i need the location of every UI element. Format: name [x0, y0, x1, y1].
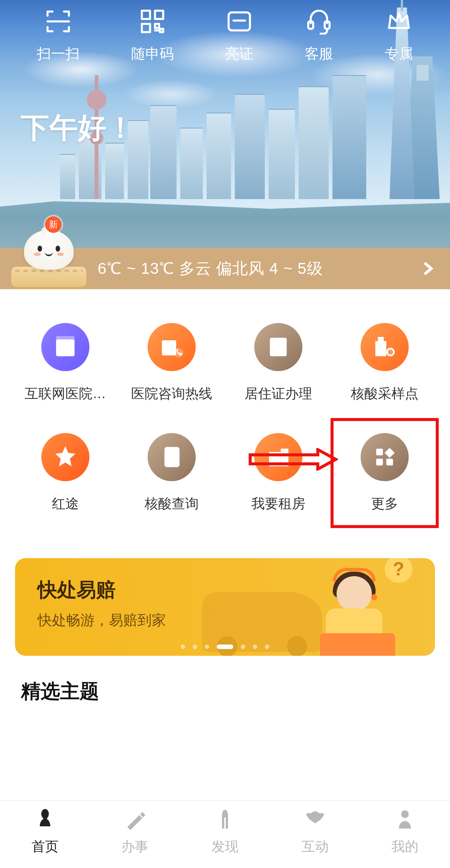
support-icon [306, 8, 332, 35]
mascot-slot: 新 [0, 248, 98, 289]
shortcut-label: 专属 [385, 44, 413, 63]
svg-rect-0 [142, 11, 150, 19]
tab-label: 办事 [121, 838, 148, 856]
crown-icon [386, 8, 412, 35]
svg-rect-14 [269, 452, 281, 466]
promo-banner[interactable]: ? 快处易赔 快处畅游，易赔到家 [15, 558, 435, 656]
services-grid: 互联网医院… 医院咨询热线 居住证办理 核酸采样点 红途 [0, 289, 450, 547]
shortcut-support[interactable]: 客服 [305, 8, 333, 63]
scan-icon [45, 8, 71, 35]
shortcut-label: 客服 [305, 44, 333, 63]
service-label: 互联网医院… [25, 385, 106, 403]
weather-bar[interactable]: 新 6℃ ~ 13℃ 多云 偏北风 4 ~ 5级 [0, 248, 450, 289]
tab-home[interactable]: 首页 [32, 808, 59, 856]
hero-banner: 扫一扫 随申码 亮证 客服 专属 下午好！ [0, 0, 450, 248]
shortcut-exclusive[interactable]: 专属 [385, 8, 413, 63]
tab-label: 我的 [391, 838, 418, 856]
service-label: 核酸采样点 [351, 385, 418, 403]
mine-tab-icon [393, 808, 417, 832]
tab-mine[interactable]: 我的 [391, 808, 418, 856]
service-nucleic-site[interactable]: 核酸采样点 [334, 323, 435, 403]
more-icon [361, 433, 409, 481]
nucleic-site-icon [361, 323, 409, 371]
tab-interact[interactable]: 互动 [302, 808, 329, 856]
service-label: 我要租房 [251, 495, 305, 513]
service-hongtu[interactable]: 红途 [15, 433, 116, 513]
home-tab-icon [33, 808, 57, 832]
service-nucleic-query[interactable]: 核酸查询 [121, 433, 222, 513]
chevron-right-icon [420, 261, 435, 276]
service-label: 核酸查询 [145, 495, 199, 513]
svg-rect-17 [376, 459, 383, 465]
top-shortcuts-bar: 扫一扫 随申码 亮证 客服 专属 [0, 0, 450, 63]
mascot-bao[interactable]: 新 [11, 225, 86, 289]
shortcut-label: 亮证 [225, 44, 254, 63]
svg-rect-1 [155, 11, 163, 19]
rent-icon [254, 433, 302, 481]
tab-label: 互动 [302, 838, 329, 856]
tab-discover[interactable]: 发现 [211, 808, 239, 856]
service-internet-hospital[interactable]: 互联网医院… [15, 323, 116, 403]
shortcut-scan[interactable]: 扫一扫 [37, 8, 80, 63]
service-residence-permit[interactable]: 居住证办理 [228, 323, 328, 403]
shortcut-liangzheng[interactable]: 亮证 [225, 8, 254, 63]
svg-rect-18 [386, 459, 393, 465]
nucleic-query-icon [148, 433, 196, 481]
tab-label: 发现 [211, 838, 239, 856]
carousel-dots[interactable] [181, 645, 269, 649]
hospital-icon [41, 323, 89, 371]
tab-label: 首页 [32, 838, 59, 856]
idcard-icon [226, 8, 252, 35]
shortcut-label: 扫一扫 [37, 44, 80, 63]
svg-rect-7 [56, 336, 75, 341]
service-label: 红途 [52, 495, 79, 513]
service-tab-icon [123, 808, 147, 832]
hongtu-icon [41, 433, 89, 481]
service-rent-house[interactable]: 我要租房 [228, 433, 328, 513]
hotline-icon [148, 323, 196, 371]
service-more[interactable]: 更多 [334, 433, 435, 513]
shortcut-label: 随申码 [131, 44, 174, 63]
greeting-text: 下午好！ [21, 109, 135, 148]
new-badge: 新 [45, 216, 62, 233]
svg-rect-2 [142, 24, 150, 32]
service-label: 居住证办理 [245, 385, 312, 403]
svg-rect-16 [376, 449, 383, 456]
residence-icon [254, 323, 302, 371]
svg-rect-20 [403, 811, 407, 812]
service-hospital-hotline[interactable]: 医院咨询热线 [121, 323, 222, 403]
service-label: 更多 [371, 495, 398, 513]
weather-text: 6℃ ~ 13℃ 多云 偏北风 4 ~ 5级 [98, 258, 420, 279]
discover-tab-icon [213, 808, 237, 832]
interact-tab-icon [303, 808, 327, 832]
bottom-tab-bar: 首页 办事 发现 互动 我的 [0, 800, 450, 868]
section-title: 精选主题 [21, 678, 429, 705]
service-label: 医院咨询热线 [131, 385, 212, 403]
tab-service[interactable]: 办事 [121, 808, 148, 856]
promo-subtitle: 快处畅游，易赔到家 [38, 611, 412, 630]
shortcut-suishenma[interactable]: 随申码 [131, 8, 174, 63]
qrcode-icon [139, 8, 166, 35]
